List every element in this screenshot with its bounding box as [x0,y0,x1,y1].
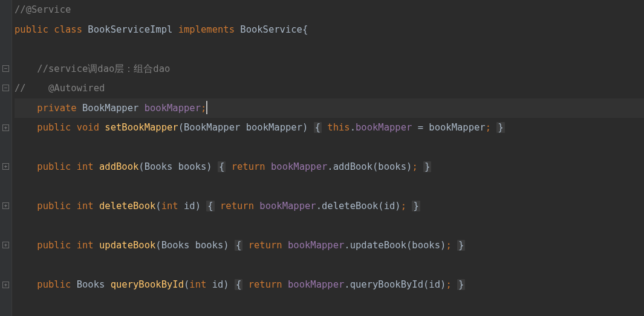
semicolon: ; [486,122,491,133]
dot: . [316,201,322,211]
dot: . [327,161,333,172]
keyword: return [232,161,271,172]
keyword: public [37,122,76,133]
method-call: updateBook [350,240,406,251]
comment-text: // @Autowired [15,83,105,94]
keyword: public [37,161,76,172]
paren: ( [372,161,378,172]
method-call: queryBookById [350,279,423,290]
code-line[interactable]: public int addBook(Books books) { return… [15,157,644,177]
keyword: public [37,201,76,211]
type-name: BookMapper [82,103,145,114]
indent [15,161,37,172]
paren: ) [395,201,400,211]
code-line[interactable]: public class BookServiceImpl implements … [15,20,644,40]
space [452,240,457,251]
code-line-active[interactable]: private BookMapper bookMapper; [15,98,644,118]
fold-toggle-icon[interactable]: + [2,202,9,209]
fold-toggle-icon[interactable]: + [2,163,9,170]
dot: . [344,279,350,290]
folded-brace-close[interactable]: } [412,201,420,211]
paren: ( [184,279,189,290]
editor-gutter: − − + + + + + [0,0,12,316]
class-name: BookServiceImpl [88,24,178,35]
folded-brace-close[interactable]: } [496,122,504,133]
folded-brace-close[interactable]: } [457,279,465,290]
paren: ( [378,201,383,211]
paren: ( [155,240,161,251]
keyword: implements [178,24,241,35]
dot: . [344,240,350,251]
param-name: books [195,240,224,251]
field-name: bookMapper [145,103,201,114]
method-name: addBook [99,161,138,172]
indent [15,279,37,290]
keyword: int [189,279,212,290]
method-call: addBook [333,161,372,172]
paren: ) [302,122,314,133]
semicolon: ; [446,240,451,251]
type-name: BookMapper [184,122,246,133]
method-name: queryBookById [111,279,184,290]
paren: ) [195,201,207,211]
fold-toggle-icon[interactable]: + [2,242,9,248]
code-line-blank[interactable] [15,177,644,197]
code-line[interactable]: public int deleteBook(int id) { return b… [15,196,644,216]
code-line[interactable]: public int updateBook(Books books) { ret… [15,236,644,256]
folded-brace-open[interactable]: { [218,161,226,172]
keyword: public [37,240,76,251]
space [418,161,423,172]
space [406,201,412,211]
code-line[interactable]: public Books queryBookById(int id) { ret… [15,275,644,295]
keyword: public [37,279,76,290]
code-line[interactable]: public void setBookMapper(BookMapper boo… [15,118,644,138]
space [322,122,327,133]
method-call: deleteBook [322,201,378,211]
keyword: int [77,161,99,172]
identifier: id [384,201,395,211]
paren: ) [223,279,235,290]
code-line-blank[interactable] [15,295,644,315]
code-line-blank[interactable] [15,138,644,158]
fold-toggle-icon[interactable]: − [2,65,9,72]
param-name: id [184,201,195,211]
folded-brace-open[interactable]: { [206,201,214,211]
code-editor[interactable]: //@Service public class BookServiceImpl … [12,0,644,316]
text-cursor-icon [206,101,207,114]
paren: ( [155,201,161,211]
paren: ) [206,161,218,172]
code-line[interactable]: // @Autowired [15,79,644,98]
operator: = [418,122,429,133]
param-name: bookMapper [246,122,302,133]
semicolon: ; [201,103,206,114]
keyword: public [15,24,54,35]
folded-brace-open[interactable]: { [314,122,322,133]
brace: { [302,24,308,35]
space [215,201,220,211]
param-name: id [212,279,224,290]
folded-brace-close[interactable]: } [423,161,431,172]
indent [15,201,37,211]
code-line[interactable]: //@Service [15,0,644,20]
fold-toggle-icon[interactable]: + [2,124,9,131]
identifier: books [412,240,440,251]
fold-toggle-icon[interactable]: − [2,85,9,91]
folded-brace-open[interactable]: { [235,279,242,290]
dot: . [350,122,356,133]
fold-toggle-icon[interactable]: + [2,282,9,288]
identifier: bookMapper [429,122,485,133]
folded-brace-open[interactable]: { [235,240,242,251]
paren: ) [440,240,446,251]
keyword: int [161,201,184,211]
field-name: bookMapper [356,122,418,133]
code-line-blank[interactable] [15,216,644,236]
folded-brace-close[interactable]: } [457,240,465,251]
type-name: Books [161,240,195,251]
code-line-blank[interactable] [15,256,644,276]
paren: ( [406,240,412,251]
param-name: books [178,161,207,172]
space [226,161,231,172]
indent [15,240,37,251]
code-line-blank[interactable] [15,39,644,59]
code-line[interactable]: //service调dao层：组合dao [15,59,644,79]
